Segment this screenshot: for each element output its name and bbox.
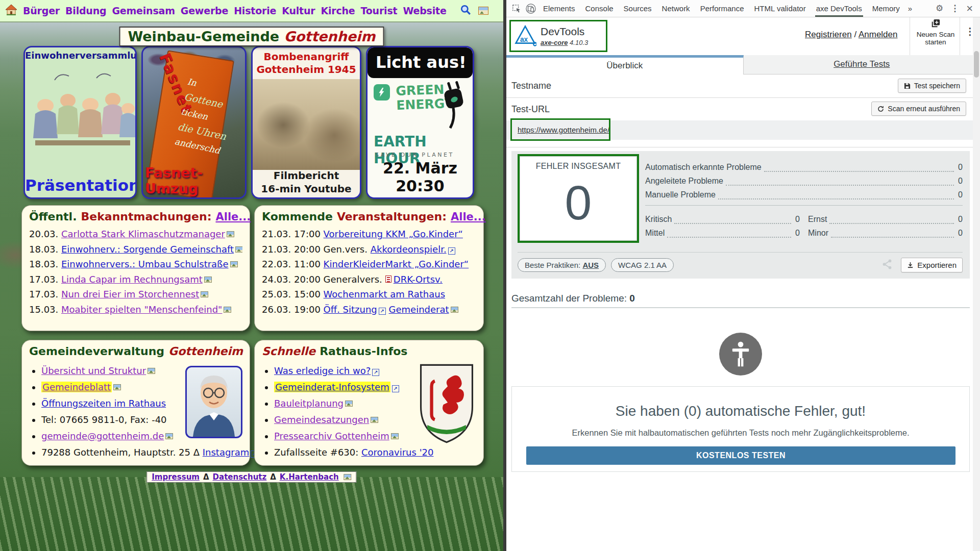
inspect-element-icon[interactable]	[509, 4, 524, 13]
announcement-link[interactable]: Einwohnerv.: Sorgende Gemeinschaft	[61, 244, 234, 255]
nav-link-historie[interactable]: Historie	[234, 5, 276, 16]
tile-einwohnerversammlung[interactable]: Einwohnerversammlung Präsentation	[23, 46, 137, 199]
announcement-row: 18.03. Einwohnerv.: Sorgende Gemeinschaf…	[29, 242, 242, 257]
wcag-pill[interactable]: WCAG 2.1 AA	[611, 258, 674, 272]
tile-fasnet[interactable]: Fasnet In Gottene ticken die Uhren ander…	[141, 46, 247, 199]
search-icon[interactable]	[460, 4, 471, 17]
tab-axe-devtools[interactable]: axe DevTools	[811, 0, 867, 17]
external-link-icon	[379, 308, 386, 315]
dotted-leader	[764, 162, 954, 172]
nav-link-gemeinsam[interactable]: Gemeinsam	[112, 5, 175, 16]
admin-instagram-link[interactable]: Instagram	[203, 447, 250, 458]
rescan-button[interactable]: Scan erneut ausführen	[871, 102, 966, 116]
admin-link-highlighted[interactable]: Gemeindeblatt	[41, 382, 112, 392]
export-button[interactable]: Exportieren	[901, 258, 963, 272]
tab-html-validator[interactable]: HTML validator	[749, 0, 811, 17]
event-link[interactable]: Akkordeonspielr.	[371, 244, 447, 255]
admin-email-link[interactable]: gemeinde@gottenheim.de	[41, 431, 164, 441]
new-scan-icon	[931, 19, 940, 30]
tile-bombenangriff[interactable]: Bombenangriff Gottenheim 1945 Filmberich…	[251, 46, 361, 199]
event-link[interactable]: Öff. Sitzung	[324, 304, 377, 315]
page-title: Weinbau-Gemeinde Gottenheim	[119, 27, 384, 46]
best-practices-pill[interactable]: Beste Praktiken: AUS	[518, 258, 606, 272]
nav-link-bildung[interactable]: Bildung	[65, 5, 106, 16]
total-issues-value: 0	[629, 293, 635, 304]
nav-link-kirche[interactable]: Kirche	[321, 5, 355, 16]
total-errors-card: FEHLER INSGESAMT 0	[518, 154, 639, 243]
nav-link-kultur[interactable]: Kultur	[282, 5, 315, 16]
new-scan-button[interactable]: Neuen Scan starten	[913, 19, 958, 46]
tile-earth-hour[interactable]: Licht aus! GREEN ENERGY	[366, 46, 474, 199]
announcement-link[interactable]: Linda Capar im Rechnungsamt	[61, 274, 203, 285]
tab-network[interactable]: Network	[657, 0, 695, 17]
scrollbar-track[interactable]	[973, 17, 980, 551]
save-test-button[interactable]: Test speichern	[898, 79, 966, 93]
admin-phone-text: Tel: 07665 9811-0, Fax: -40	[41, 414, 167, 425]
stat-label: Ernst	[808, 215, 827, 224]
nav-link-buerger[interactable]: Bürger	[23, 5, 60, 16]
tab-overview[interactable]: Überblick	[506, 55, 744, 74]
nav-link-website[interactable]: Website	[403, 5, 446, 16]
info-link[interactable]: Was erledige ich wo?	[274, 365, 371, 376]
close-devtools-icon[interactable]: ×	[966, 4, 973, 14]
admin-link[interactable]: Übersicht und Struktur	[41, 365, 146, 376]
event-row: 24.03. 20:00 Generalvers.DRK-Ortsv.	[262, 272, 476, 287]
info-link[interactable]: Bauleitplanung	[274, 398, 344, 409]
author-link[interactable]: K.Hartenbach	[280, 472, 339, 482]
tab-sources[interactable]: Sources	[619, 0, 657, 17]
severity-row-1: Kritisch0 Ernst0	[645, 210, 963, 224]
axe-logo-icon: ax	[514, 23, 536, 49]
announcements-all-link[interactable]: Alle...	[215, 211, 251, 223]
event-link[interactable]: Vorbereitung KKM „Go.Kinder“	[324, 229, 463, 239]
tab-guided-tests[interactable]: Geführte Tests	[744, 55, 980, 74]
announcements-heading: Öffentl. Bekanntmachungen: Alle...	[29, 210, 242, 223]
tab-console[interactable]: Console	[580, 0, 619, 17]
event-link2[interactable]: Gemeinderat	[389, 304, 449, 315]
tab-performance[interactable]: Performance	[695, 0, 749, 17]
announcement-link[interactable]: Einwohnervers.: Umbau Schulstraße	[61, 259, 229, 269]
no-errors-heading: Sie haben (0) automatische Fehler, gut!	[512, 403, 969, 419]
settings-gear-icon[interactable]: ⚙	[936, 3, 943, 14]
nav-link-tourist[interactable]: Tourist	[361, 5, 398, 16]
info-link[interactable]: Gemeindesatzungen	[274, 414, 369, 425]
event-link[interactable]: Wochenmarkt am Rathaus	[324, 289, 445, 299]
home-icon[interactable]	[5, 4, 17, 17]
info-link-highlighted[interactable]: Gemeinderat-Infosystem	[274, 382, 390, 392]
dotted-leader	[674, 214, 791, 224]
impressum-link[interactable]: Impressum	[152, 472, 200, 482]
screenshot-stage: Bürger Bildung Gemeinsam Gewerbe Histori…	[0, 0, 980, 551]
devtools-menu-icon[interactable]: ⋮	[950, 3, 959, 14]
nav-link-gewerbe[interactable]: Gewerbe	[181, 5, 228, 16]
free-trial-button[interactable]: KOSTENLOS TESTEN	[526, 446, 955, 465]
stat-label: Manuelle Probleme	[645, 190, 716, 199]
scrollbar-thumb[interactable]	[974, 51, 979, 78]
image-icon	[113, 384, 121, 390]
tab-elements[interactable]: Elements	[538, 0, 580, 17]
stat-row-minor: Minor0	[808, 224, 963, 238]
events-all-link[interactable]: Alle...	[451, 211, 486, 223]
severity-row-2: Mittel0 Minor0	[645, 224, 963, 238]
info-link[interactable]: Coronavirus '20	[361, 447, 433, 458]
info-link[interactable]: Pressearchiv Gottenheim	[274, 431, 389, 441]
datenschutz-link[interactable]: Datenschutz	[213, 472, 267, 482]
login-link[interactable]: Anmelden	[859, 30, 898, 39]
event-link[interactable]: DRK-Ortsv.	[394, 274, 443, 285]
event-link[interactable]: KinderKleiderMarkt „Go.Kinder“	[324, 259, 469, 269]
rathaus-infos-heading: Schnelle Rathaus-Infos	[262, 345, 476, 358]
image-icon	[345, 400, 353, 407]
announcement-link[interactable]: Nun drei Eier im Storchennest	[61, 289, 199, 299]
image-icon	[344, 474, 352, 480]
tab-memory[interactable]: Memory	[867, 0, 905, 17]
register-link[interactable]: Registrieren	[805, 30, 852, 39]
axe-core-link[interactable]: axe-core	[541, 39, 568, 46]
admin-link[interactable]: Öffnungszeiten im Rathaus	[41, 398, 166, 409]
gallery-icon[interactable]	[478, 7, 488, 15]
stat-label: Angeleitete Probleme	[645, 177, 723, 186]
info-text: Zufallsseite #630:	[274, 447, 358, 458]
more-tabs-chevron[interactable]: »	[905, 4, 915, 13]
device-toolbar-icon[interactable]	[524, 4, 538, 14]
announcement-link[interactable]: Moabiter spielten "Menschenfeind"	[61, 304, 222, 315]
download-icon	[907, 262, 914, 268]
announcement-link[interactable]: Carlotta Stark Klimaschutzmanager	[61, 229, 225, 239]
total-issues-label: Gesamtzahl der Probleme:	[511, 293, 627, 304]
